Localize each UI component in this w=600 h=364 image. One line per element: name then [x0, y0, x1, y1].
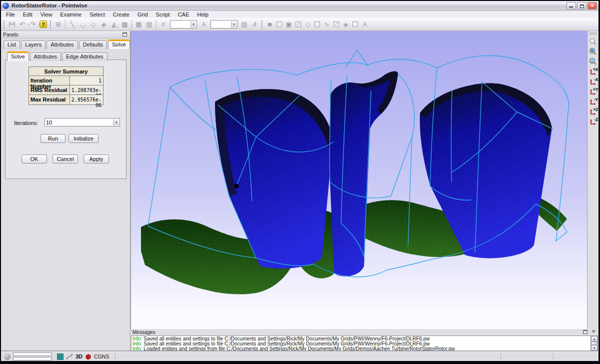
- apply-button[interactable]: Apply: [84, 154, 109, 164]
- view-plus-y-button[interactable]: +Y: [588, 86, 598, 96]
- view-minus-z-button[interactable]: -Z: [588, 116, 598, 126]
- connector-checkbox[interactable]: ✓: [334, 22, 339, 27]
- subtab-attributes[interactable]: Attributes: [30, 52, 61, 61]
- restore-button[interactable]: [577, 2, 586, 10]
- spacing-visibility-icon[interactable]: ◈: [340, 19, 351, 30]
- stack-icon[interactable]: ▤: [239, 19, 250, 30]
- create-curve-icon[interactable]: ◡: [78, 19, 88, 30]
- zoom-extents-icon[interactable]: [588, 56, 598, 66]
- create-domain-icon[interactable]: ◇: [88, 19, 98, 30]
- point-marker: [234, 184, 239, 188]
- block-checkbox[interactable]: ✓: [296, 22, 301, 27]
- messages-close-icon[interactable]: ✕: [592, 329, 596, 334]
- axis-label: +Y: [593, 87, 598, 92]
- scroll-down-icon[interactable]: ▼: [591, 345, 598, 350]
- create-block-icon[interactable]: ▩: [120, 19, 130, 30]
- statusbar-separator: [500, 353, 501, 360]
- view-minus-x-button[interactable]: -X: [588, 76, 598, 86]
- tab-attributes[interactable]: Attributes: [46, 40, 78, 49]
- new-layer-icon[interactable]: ⊞: [53, 19, 64, 30]
- menu-script[interactable]: Script: [152, 11, 174, 18]
- ok-button[interactable]: OK: [22, 154, 47, 164]
- messages-list[interactable]: Info: Saved all entities and settings to…: [131, 336, 598, 351]
- toolbar-drag-handle[interactable]: [261, 20, 264, 29]
- menu-examine[interactable]: Examine: [56, 11, 86, 18]
- menu-view[interactable]: View: [36, 11, 56, 18]
- attribute-icon[interactable]: A: [198, 19, 209, 30]
- minimize-button[interactable]: [566, 2, 576, 10]
- connector-visibility-icon[interactable]: ∿: [322, 19, 332, 30]
- tab-layers[interactable]: Layers: [21, 40, 46, 49]
- max-residual-value: 2.956576e-06: [70, 95, 103, 104]
- create-extrude-icon[interactable]: ◭: [109, 19, 120, 30]
- log-prefix: Info:: [132, 346, 142, 351]
- subtab-edge-attributes[interactable]: Edge Attributes: [62, 52, 108, 61]
- iterations-combobox[interactable]: ▼: [44, 118, 120, 126]
- iterations-input[interactable]: [46, 119, 111, 126]
- create-meshed-domain-icon[interactable]: ◈: [98, 19, 109, 30]
- status-field-bottom: [13, 357, 52, 360]
- partial-derivative-icon[interactable]: ∂: [250, 19, 260, 30]
- viewport-3d[interactable]: [130, 31, 587, 329]
- dimension-icon[interactable]: #: [158, 19, 168, 30]
- log-text: Loaded entities and settings from file C…: [142, 346, 454, 351]
- mask-checkbox[interactable]: [276, 22, 282, 27]
- dimension-combobox[interactable]: ▼: [170, 20, 197, 28]
- create-segment-icon[interactable]: ╲: [67, 19, 78, 30]
- rms-residual-label: RMS Residual: [29, 86, 70, 94]
- zoom-previous-icon[interactable]: [588, 36, 598, 46]
- scroll-up-icon[interactable]: ▲: [591, 336, 598, 342]
- toolbar-drag-handle[interactable]: [50, 20, 52, 29]
- menu-select[interactable]: Select: [86, 11, 109, 18]
- table-row: Iteration Number 1: [29, 76, 103, 86]
- messages-float-icon[interactable]: [583, 330, 588, 334]
- rms-residual-value: 1.208703e-06: [70, 86, 103, 94]
- menu-file[interactable]: File: [2, 11, 19, 18]
- unstructured-grid-icon[interactable]: ▨: [144, 19, 154, 30]
- chevron-down-icon[interactable]: ▼: [113, 119, 119, 126]
- domain-checkbox[interactable]: [314, 22, 320, 27]
- save-icon[interactable]: [6, 19, 17, 30]
- menu-create[interactable]: Create: [109, 11, 134, 18]
- attribute-combobox[interactable]: ▼: [210, 20, 238, 28]
- menu-help[interactable]: Help: [193, 11, 212, 18]
- tab-list[interactable]: List: [4, 40, 20, 49]
- block-visibility-icon[interactable]: ▣: [284, 19, 294, 30]
- close-button[interactable]: ✕: [588, 2, 597, 10]
- view-plus-z-button[interactable]: +Z: [588, 106, 598, 116]
- scrollbar-thumb[interactable]: [591, 342, 598, 345]
- label-visibility-icon[interactable]: A: [360, 19, 370, 30]
- status-readouts: [13, 352, 52, 360]
- mask-icon[interactable]: ☻: [264, 19, 275, 30]
- table-row: RMS Residual 1.208703e-06: [29, 86, 103, 95]
- statusbar-separator: [553, 353, 554, 360]
- redo-icon[interactable]: ↷: [28, 19, 38, 30]
- main-toolbar: ↶ ↷ ? ⊞ ╲ ◡ ◇ ◈ ◭ ▩ ▦ ▨ # ▼ A ▼ ▤ ∂ ☻ ▣ …: [1, 18, 598, 31]
- menu-edit[interactable]: Edit: [19, 11, 36, 18]
- toolbar-drag-handle[interactable]: [589, 32, 597, 35]
- max-residual-label: Max Residual: [29, 95, 70, 104]
- menu-cae[interactable]: CAE: [174, 11, 194, 18]
- run-button[interactable]: Run: [40, 134, 66, 143]
- tab-defaults[interactable]: Defaults: [79, 40, 107, 49]
- view-plus-x-button[interactable]: +X: [588, 66, 598, 76]
- structured-grid-icon[interactable]: ▦: [134, 19, 144, 30]
- menu-grid[interactable]: Grid: [134, 11, 152, 18]
- panel-float-icon[interactable]: [122, 32, 127, 36]
- toolbar-drag-handle[interactable]: [3, 20, 6, 29]
- help-button[interactable]: ?: [38, 19, 48, 30]
- view-minus-y-button[interactable]: -Y: [588, 96, 598, 106]
- domain-visibility-icon[interactable]: ◇: [302, 19, 313, 30]
- panel-tabs: List Layers Attributes Defaults Solve: [4, 40, 131, 49]
- tab-solve[interactable]: Solve: [108, 40, 130, 49]
- rotor-stator-rotor-model: [131, 31, 588, 329]
- spacing-checkbox[interactable]: [352, 22, 358, 27]
- zoom-box-icon[interactable]: [588, 46, 598, 56]
- statusbar: 3D CGNS: [1, 352, 598, 361]
- messages-scrollbar[interactable]: ▲ ▼: [590, 336, 598, 351]
- chevron-down-icon: ▼: [231, 21, 236, 28]
- initialize-button[interactable]: Initialize: [68, 134, 98, 143]
- subtab-solve[interactable]: Solve: [7, 52, 29, 61]
- cancel-button[interactable]: Cancel: [52, 154, 78, 164]
- undo-icon[interactable]: ↶: [17, 19, 28, 30]
